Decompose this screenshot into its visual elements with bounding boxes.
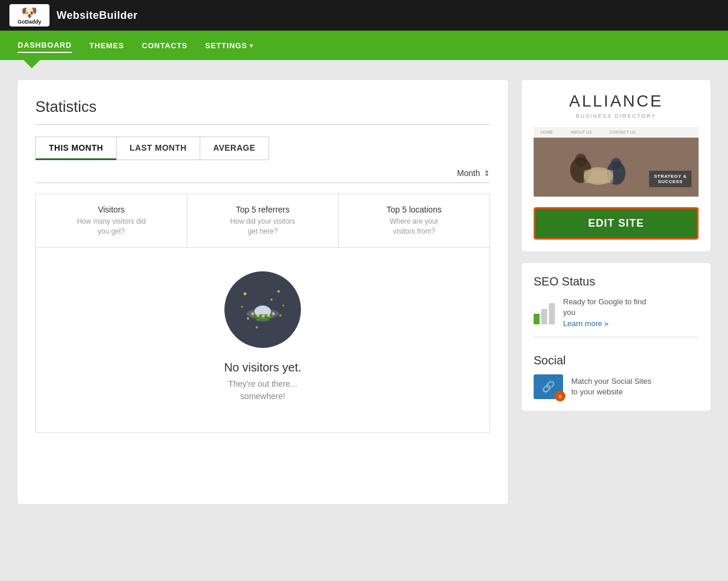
seo-bar-1	[534, 314, 540, 324]
svg-point-7	[283, 304, 284, 306]
social-icon: 🔗 $	[534, 374, 563, 399]
svg-rect-24	[584, 170, 613, 183]
site-tagline: BUSINESS DIRECTORY	[534, 113, 699, 119]
seo-text: Ready for Google to findyou Learn more »	[563, 297, 699, 328]
referrers-title: Top 5 referrers	[196, 205, 330, 214]
svg-point-13	[257, 314, 260, 317]
svg-point-6	[241, 306, 243, 307]
seo-section: SEO Status Ready for Google to findyou L…	[534, 275, 699, 328]
seo-bars-icon	[534, 301, 555, 324]
edit-site-button[interactable]: EDIT SITE	[534, 207, 699, 240]
app-title: WebsiteBuilder	[57, 9, 138, 22]
social-content: 🔗 $ Match your Social Sitesto your websi…	[534, 374, 699, 399]
stat-col-locations: Top 5 locations Where are yourvisitors f…	[339, 194, 489, 247]
tab-last-month[interactable]: LAST MONTH	[117, 137, 200, 160]
logo-area: 🐶 GoDaddy WebsiteBuilder	[9, 4, 138, 26]
seo-title: SEO Status	[534, 275, 699, 288]
statistics-tabs: THIS MONTH LAST MONTH AVERAGE	[35, 137, 490, 160]
top-bar: 🐶 GoDaddy WebsiteBuilder	[0, 0, 728, 31]
preview-nav-home: HOME	[541, 130, 553, 134]
svg-point-15	[267, 314, 270, 317]
right-panel: ALLIANCE BUSINESS DIRECTORY HOME ABOUT U…	[522, 80, 710, 411]
no-visitors-subtitle: They're out there...somewhere!	[228, 378, 297, 403]
social-title: Social	[534, 346, 699, 367]
godaddy-text: GoDaddy	[18, 19, 41, 25]
month-label: Month	[457, 168, 480, 178]
svg-point-20	[575, 154, 587, 167]
month-selector[interactable]: Month ⇕	[35, 160, 490, 183]
locations-subtitle: Where are yourvisitors from?	[347, 217, 481, 237]
social-badge: $	[555, 391, 565, 401]
browser-preview: HOME ABOUT US CONTACT US	[534, 127, 699, 197]
statistics-title: Statistics	[35, 98, 490, 116]
stat-col-visitors: Visitors How many visitors didyou get?	[36, 194, 187, 247]
no-visitors-section: No visitors yet. They're out there...som…	[35, 248, 490, 433]
preview-nav-about: ABOUT US	[571, 130, 592, 134]
nav-bar: DASHBOARD THEMES CONTACTS SETTINGS ▾	[0, 31, 728, 60]
seo-bar-2	[541, 309, 547, 324]
stat-col-referrers: Top 5 referrers How did your visitorsget…	[187, 194, 339, 247]
referrers-subtitle: How did your visitorsget here?	[196, 217, 330, 237]
svg-point-16	[272, 312, 275, 315]
visitors-subtitle: How many visitors didyou get?	[44, 217, 178, 237]
seo-learn-more-link[interactable]: Learn more »	[563, 319, 608, 328]
seo-content: Ready for Google to findyou Learn more »	[534, 297, 699, 328]
locations-title: Top 5 locations	[347, 205, 481, 214]
stats-columns: Visitors How many visitors didyou get? T…	[35, 194, 490, 248]
month-sort-icon: ⇕	[484, 169, 490, 178]
svg-point-1	[277, 290, 280, 293]
statistics-panel: Statistics THIS MONTH LAST MONTH AVERAGE…	[18, 80, 508, 504]
site-preview-card: ALLIANCE BUSINESS DIRECTORY HOME ABOUT U…	[522, 80, 710, 251]
svg-point-12	[252, 312, 254, 315]
settings-chevron-icon: ▾	[250, 42, 253, 49]
preview-image: STRATEGY &SUCCESS	[534, 138, 699, 197]
svg-point-0	[244, 292, 247, 295]
nav-settings[interactable]: SETTINGS ▾	[205, 39, 253, 52]
no-visitors-title: No visitors yet.	[224, 361, 301, 374]
share-icon: 🔗	[542, 380, 555, 393]
ufo-icon	[224, 271, 301, 348]
seo-social-card: SEO Status Ready for Google to findyou L…	[522, 263, 710, 411]
seo-divider	[534, 337, 699, 337]
nav-contacts[interactable]: CONTACTS	[142, 39, 188, 52]
stats-divider	[35, 124, 490, 125]
nav-themes[interactable]: THEMES	[90, 39, 124, 52]
seo-description: Ready for Google to findyou	[563, 297, 699, 318]
preview-overlay: STRATEGY &SUCCESS	[649, 171, 691, 187]
visitors-title: Visitors	[44, 205, 178, 214]
svg-point-11	[256, 318, 270, 321]
main-content: Statistics THIS MONTH LAST MONTH AVERAGE…	[0, 68, 728, 527]
nav-triangle	[24, 60, 40, 68]
preview-nav-contact: CONTACT US	[610, 130, 636, 134]
seo-bar-3	[549, 303, 555, 324]
nav-dashboard[interactable]: DASHBOARD	[18, 38, 72, 53]
social-section: Social 🔗 $ Match your Social Sitesto you…	[534, 346, 699, 399]
svg-point-14	[262, 314, 265, 317]
svg-point-3	[247, 317, 249, 320]
social-description: Match your Social Sitesto your website	[571, 376, 651, 397]
svg-point-22	[611, 158, 621, 170]
svg-point-5	[256, 326, 258, 328]
preview-nav-bar: HOME ABOUT US CONTACT US	[534, 127, 699, 138]
tab-average[interactable]: AVERAGE	[200, 137, 269, 160]
svg-point-2	[270, 298, 273, 301]
godaddy-logo: 🐶 GoDaddy	[9, 4, 49, 26]
site-name: ALLIANCE	[534, 92, 699, 111]
tab-this-month[interactable]: THIS MONTH	[35, 137, 117, 160]
svg-point-4	[279, 314, 282, 317]
